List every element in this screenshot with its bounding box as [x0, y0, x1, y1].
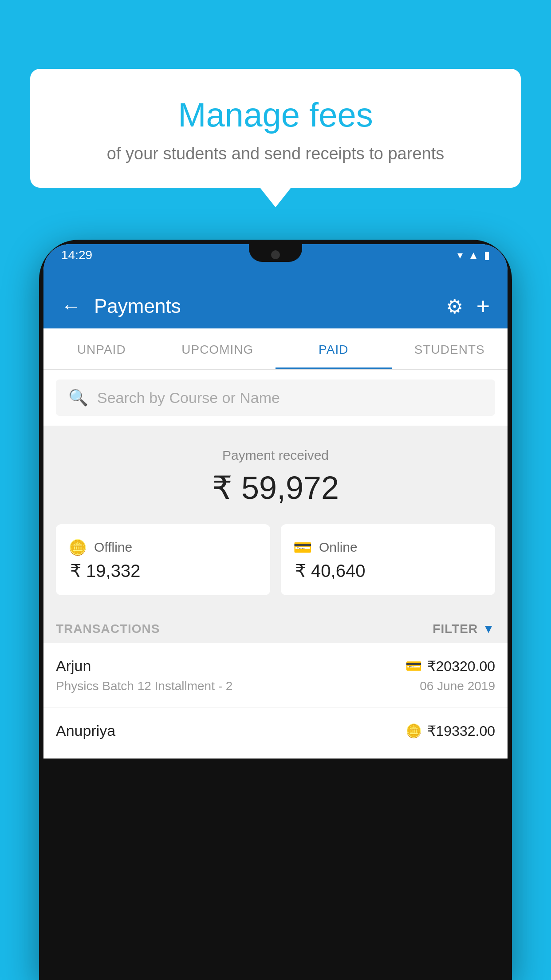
- bubble-title: Manage fees: [52, 95, 499, 134]
- tab-upcoming[interactable]: UPCOMING: [160, 328, 276, 369]
- tabs-bar: UNPAID UPCOMING PAID STUDENTS: [43, 328, 508, 370]
- total-payment-amount: ₹ 59,972: [57, 469, 494, 506]
- filter-label: FILTER: [433, 622, 478, 636]
- settings-icon[interactable]: ⚙: [446, 295, 463, 318]
- phone-frame: 14:29 ▾ ▲ ▮ ← Payments ⚙ + UNPAID UPCOMI…: [39, 240, 512, 980]
- offline-icon: 🪙: [68, 538, 87, 556]
- search-icon: 🔍: [68, 388, 88, 407]
- transaction-row-bottom: Physics Batch 12 Installment - 2 06 June…: [56, 679, 495, 693]
- bubble-subtitle: of your students and send receipts to pa…: [52, 142, 499, 166]
- offline-card-top: 🪙 Offline: [68, 538, 258, 556]
- notch: [249, 244, 302, 262]
- search-box[interactable]: 🔍 Search by Course or Name: [56, 379, 495, 416]
- transaction-amount-2: ₹19332.00: [427, 723, 495, 739]
- tab-paid[interactable]: PAID: [276, 328, 392, 369]
- transaction-name: Arjun: [56, 657, 91, 675]
- speech-bubble: Manage fees of your students and send re…: [30, 69, 521, 188]
- transaction-course: Physics Batch 12 Installment - 2: [56, 679, 232, 693]
- online-label: Online: [319, 540, 358, 555]
- search-container: 🔍 Search by Course or Name: [43, 370, 508, 426]
- offline-label: Offline: [94, 540, 132, 555]
- transactions-header: TRANSACTIONS FILTER ▼: [43, 613, 508, 643]
- camera: [271, 250, 280, 259]
- status-bar-area: 14:29 ▾ ▲ ▮: [43, 244, 508, 284]
- payment-received-label: Payment received: [57, 448, 494, 463]
- transaction-name-2: Anupriya: [56, 722, 115, 739]
- status-icons: ▾ ▲ ▮: [457, 249, 490, 261]
- wifi-icon: ▾: [457, 249, 463, 261]
- tab-students[interactable]: STUDENTS: [392, 328, 508, 369]
- app-header: ← Payments ⚙ +: [43, 284, 508, 328]
- phone-inner: 14:29 ▾ ▲ ▮ ← Payments ⚙ + UNPAID UPCOMI…: [43, 244, 508, 759]
- table-row[interactable]: Arjun 💳 ₹20320.00 Physics Batch 12 Insta…: [43, 643, 508, 708]
- filter-button[interactable]: FILTER ▼: [433, 622, 495, 636]
- status-time: 14:29: [61, 248, 92, 262]
- online-amount: ₹ 40,640: [293, 561, 483, 581]
- header-title: Payments: [94, 295, 433, 317]
- transaction-date: 06 June 2019: [420, 679, 495, 693]
- payment-summary: Payment received ₹ 59,972: [43, 426, 508, 524]
- transaction-amount-row: 💳 ₹20320.00: [405, 658, 495, 675]
- transaction-row-top-2: Anupriya 🪙 ₹19332.00: [56, 722, 495, 739]
- back-button[interactable]: ←: [61, 295, 81, 317]
- signal-icon: ▲: [468, 249, 479, 261]
- transactions-label: TRANSACTIONS: [56, 622, 160, 636]
- offline-card: 🪙 Offline ₹ 19,332: [56, 524, 270, 595]
- offline-payment-icon: 🪙: [405, 723, 422, 739]
- card-payment-icon: 💳: [405, 658, 422, 674]
- transaction-row-top: Arjun 💳 ₹20320.00: [56, 657, 495, 675]
- transaction-amount: ₹20320.00: [427, 658, 495, 675]
- online-card-top: 💳 Online: [293, 538, 483, 556]
- offline-amount: ₹ 19,332: [68, 561, 258, 581]
- filter-icon: ▼: [482, 622, 495, 636]
- battery-icon: ▮: [484, 249, 490, 261]
- table-row[interactable]: Anupriya 🪙 ₹19332.00: [43, 708, 508, 759]
- search-input[interactable]: Search by Course or Name: [97, 389, 280, 407]
- transaction-list: Arjun 💳 ₹20320.00 Physics Batch 12 Insta…: [43, 643, 508, 759]
- payment-cards: 🪙 Offline ₹ 19,332 💳 Online ₹ 40,640: [43, 524, 508, 613]
- add-button[interactable]: +: [476, 293, 490, 320]
- online-card: 💳 Online ₹ 40,640: [281, 524, 495, 595]
- online-icon: 💳: [293, 538, 312, 556]
- tab-unpaid[interactable]: UNPAID: [43, 328, 160, 369]
- transaction-amount-row-2: 🪙 ₹19332.00: [405, 723, 495, 739]
